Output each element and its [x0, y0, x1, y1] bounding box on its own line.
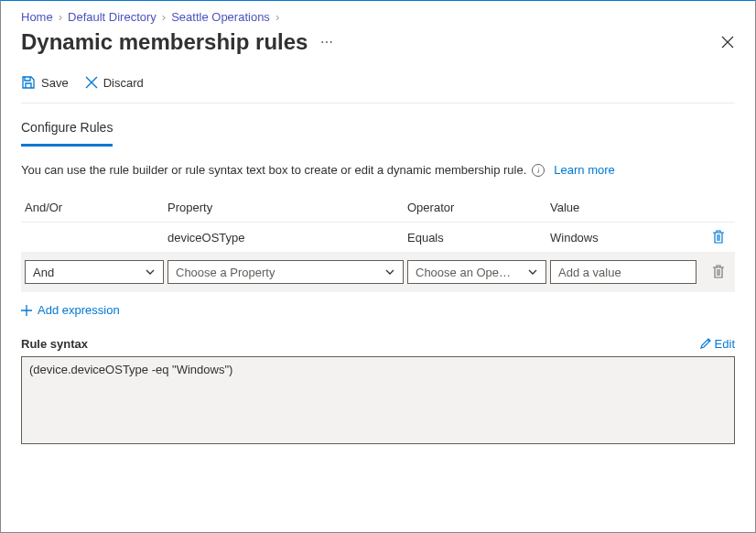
- property-select[interactable]: Choose a Property: [167, 260, 404, 284]
- rule-builder-table: And/Or Property Operator Value deviceOST…: [21, 193, 735, 292]
- pencil-icon: [699, 338, 711, 350]
- breadcrumb: Home › Default Directory › Seattle Opera…: [21, 10, 735, 24]
- table-header-row: And/Or Property Operator Value: [21, 193, 735, 223]
- andor-select[interactable]: And: [25, 260, 164, 284]
- chevron-down-icon: [527, 266, 538, 277]
- page-title: Dynamic membership rules: [21, 29, 308, 55]
- cell-operator: Equals: [407, 231, 546, 245]
- delete-row-button[interactable]: [700, 265, 737, 279]
- discard-button[interactable]: Discard: [85, 76, 144, 90]
- save-icon: [21, 75, 36, 90]
- cell-value: Windows: [550, 231, 697, 245]
- help-text: You can use the rule builder or rule syn…: [21, 163, 735, 177]
- table-row: And Choose a Property Choose an Ope…: [21, 253, 735, 292]
- add-expression-button[interactable]: Add expression: [21, 303, 735, 317]
- chevron-right-icon: ›: [59, 10, 62, 24]
- col-property: Property: [167, 201, 404, 214]
- configure-rules-tab[interactable]: Configure Rules: [21, 120, 113, 147]
- rule-syntax-label: Rule syntax: [21, 337, 88, 351]
- edit-syntax-button[interactable]: Edit: [699, 337, 735, 351]
- learn-more-link[interactable]: Learn more: [554, 163, 614, 177]
- col-value: Value: [550, 201, 697, 214]
- delete-row-button[interactable]: [700, 230, 737, 245]
- cell-property: deviceOSType: [167, 231, 404, 245]
- save-button[interactable]: Save: [21, 75, 69, 90]
- rule-syntax-textarea[interactable]: [21, 356, 735, 444]
- chevron-down-icon: [384, 266, 395, 277]
- chevron-right-icon: ›: [162, 10, 166, 24]
- info-icon[interactable]: i: [532, 164, 545, 177]
- breadcrumb-item[interactable]: Seattle Operations: [171, 10, 270, 24]
- save-label: Save: [41, 76, 69, 90]
- discard-icon: [85, 76, 98, 89]
- value-input[interactable]: [550, 260, 697, 284]
- trash-icon: [712, 265, 725, 279]
- close-icon: [721, 36, 734, 49]
- chevron-down-icon: [145, 266, 156, 277]
- col-andor: And/Or: [25, 201, 164, 214]
- table-row: deviceOSType Equals Windows: [21, 223, 735, 253]
- operator-select[interactable]: Choose an Ope…: [407, 260, 546, 284]
- chevron-right-icon: ›: [275, 10, 279, 24]
- plus-icon: [21, 305, 32, 316]
- breadcrumb-item[interactable]: Home: [21, 10, 53, 24]
- toolbar: Save Discard: [21, 75, 735, 103]
- breadcrumb-item[interactable]: Default Directory: [68, 10, 157, 24]
- close-button[interactable]: [720, 35, 735, 49]
- col-operator: Operator: [407, 201, 546, 214]
- discard-label: Discard: [103, 76, 144, 90]
- more-actions-button[interactable]: ⋯: [320, 35, 334, 49]
- trash-icon: [712, 230, 725, 245]
